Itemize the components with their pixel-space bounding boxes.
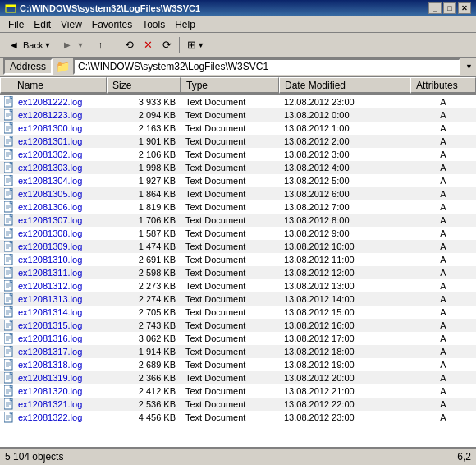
file-attr-cell: A [410, 307, 476, 317]
file-name: ex12081306.log [18, 202, 82, 212]
file-name: ex12081223.log [18, 110, 82, 120]
file-name-cell: ex12081304.log [0, 175, 107, 186]
separator-2 [179, 37, 180, 53]
table-row[interactable]: ex12081319.log2 366 KBText Document13.08… [0, 371, 476, 384]
file-date-cell: 13.08.2012 6:00 [279, 189, 410, 199]
table-row[interactable]: ex12081303.log1 998 KBText Document13.08… [0, 161, 476, 174]
menu-item-file[interactable]: File [3, 18, 29, 31]
table-row[interactable]: ex12081306.log1 819 KBText Document13.08… [0, 200, 476, 214]
file-name-cell: ex12081317.log [0, 346, 107, 357]
table-row[interactable]: ex12081318.log2 689 KBText Document13.08… [0, 358, 476, 371]
table-row[interactable]: ex12081320.log2 412 KBText Document13.08… [0, 384, 476, 398]
file-attr-cell: A [410, 281, 476, 291]
file-icon [3, 109, 15, 121]
address-label: Address [3, 58, 53, 75]
table-row[interactable]: ex12081301.log1 901 KBText Document13.08… [0, 135, 476, 148]
table-row[interactable]: ex12081300.log2 163 KBText Document13.08… [0, 122, 476, 135]
table-row[interactable]: ex12081312.log2 273 KBText Document13.08… [0, 279, 476, 292]
file-name-cell: ex12081311.log [0, 267, 107, 279]
table-row[interactable]: ex12081222.log3 933 KBText Document12.08… [0, 95, 476, 108]
views-button[interactable]: ⊞ ▼ [183, 35, 208, 55]
file-name: ex12081307.log [18, 215, 82, 225]
redo-button[interactable]: ⟳ [158, 35, 176, 55]
address-input[interactable] [73, 58, 460, 75]
file-name-cell: ex12081308.log [0, 228, 107, 239]
table-row[interactable]: ex12081305.log1 864 KBText Document13.08… [0, 187, 476, 200]
col-name[interactable]: Name [0, 77, 107, 94]
table-row[interactable]: ex12081321.log2 536 KBText Document13.08… [0, 398, 476, 411]
file-size-cell: 2 536 KB [107, 399, 181, 409]
table-row[interactable]: ex12081317.log1 914 KBText Document13.08… [0, 345, 476, 358]
window-controls[interactable]: _ □ ✕ [428, 2, 471, 14]
col-date[interactable]: Date Modified [279, 77, 410, 94]
file-type-cell: Text Document [181, 255, 279, 265]
up-button[interactable] [89, 35, 113, 55]
menu-item-view[interactable]: View [56, 18, 87, 31]
file-name-cell: ex12081314.log [0, 306, 107, 318]
window-title: C:\WINDOWS\system32\LogFiles\W3SVC1 [20, 3, 428, 13]
file-name-cell: ex12081312.log [0, 280, 107, 292]
file-name: ex12081304.log [18, 176, 82, 186]
col-attr[interactable]: Attributes [410, 77, 476, 94]
window-icon [5, 2, 16, 14]
file-size-cell: 1 927 KB [107, 176, 181, 186]
table-row[interactable]: ex12081313.log2 274 KBText Document13.08… [0, 292, 476, 306]
file-size-cell: 2 743 KB [107, 320, 181, 330]
file-icon [3, 333, 15, 344]
table-row[interactable]: ex12081308.log1 587 KBText Document13.08… [0, 227, 476, 240]
up-icon [94, 39, 107, 52]
table-row[interactable]: ex12081314.log2 705 KBText Document13.08… [0, 306, 476, 319]
table-row[interactable]: ex12081315.log2 743 KBText Document13.08… [0, 319, 476, 332]
file-name: ex12081309.log [18, 242, 82, 251]
file-type-cell: Text Document [181, 228, 279, 238]
toolbar: Back ▼ ▼ ⟲ ✕ ⟳ ⊞ ▼ [0, 33, 476, 58]
file-name-cell: ex12081301.log [0, 136, 107, 147]
file-type-cell: Text Document [181, 215, 279, 225]
file-icon [3, 412, 15, 423]
file-attr-cell: A [410, 189, 476, 199]
file-attr-cell: A [410, 176, 476, 186]
table-row[interactable]: ex12081322.log4 456 KBText Document13.08… [0, 411, 476, 424]
table-row[interactable]: ex12081302.log2 106 KBText Document13.08… [0, 148, 476, 161]
forward-button[interactable]: ▼ [57, 35, 88, 55]
file-date-cell: 13.08.2012 11:00 [279, 255, 410, 265]
file-date-cell: 13.08.2012 19:00 [279, 360, 410, 370]
file-date-cell: 13.08.2012 12:00 [279, 268, 410, 278]
file-attr-cell: A [410, 136, 476, 146]
file-name: ex12081312.log [18, 281, 82, 291]
table-row[interactable]: ex12081311.log2 598 KBText Document13.08… [0, 266, 476, 279]
menu-item-tools[interactable]: Tools [137, 18, 170, 31]
file-date-cell: 13.08.2012 17:00 [279, 334, 410, 343]
col-size[interactable]: Size [107, 77, 181, 94]
table-row[interactable]: ex12081310.log2 691 KBText Document13.08… [0, 253, 476, 266]
table-row[interactable]: ex12081309.log1 474 KBText Document13.08… [0, 240, 476, 253]
table-row[interactable]: ex12081223.log2 094 KBText Document13.08… [0, 108, 476, 122]
minimize-button[interactable]: _ [428, 2, 442, 14]
menu-item-help[interactable]: Help [170, 18, 200, 31]
file-name-cell: ex12081302.log [0, 149, 107, 160]
back-label: Back [23, 40, 43, 50]
col-type[interactable]: Type [181, 77, 279, 94]
file-size-cell: 2 366 KB [107, 373, 181, 383]
table-row[interactable]: ex12081307.log1 706 KBText Document13.08… [0, 214, 476, 227]
file-date-cell: 12.08.2012 23:00 [279, 97, 410, 107]
file-name: ex12081315.log [18, 320, 82, 330]
cut-button[interactable]: ✕ [140, 35, 157, 55]
table-row[interactable]: ex12081304.log1 927 KBText Document13.08… [0, 174, 476, 187]
file-name: ex12081222.log [18, 97, 82, 107]
file-date-cell: 13.08.2012 0:00 [279, 110, 410, 120]
back-icon [7, 39, 21, 52]
file-size-cell: 2 274 KB [107, 294, 181, 304]
file-attr-cell: A [410, 242, 476, 251]
file-icon [3, 320, 15, 331]
menu-bar: FileEditViewFavoritesToolsHelp [0, 16, 476, 33]
menu-item-edit[interactable]: Edit [29, 18, 56, 31]
file-attr-cell: A [410, 110, 476, 120]
undo-button[interactable]: ⟲ [121, 35, 138, 55]
table-row[interactable]: ex12081316.log3 062 KBText Document13.08… [0, 332, 476, 345]
menu-item-favorites[interactable]: Favorites [87, 18, 137, 31]
svg-rect-1 [6, 5, 16, 7]
close-button[interactable]: ✕ [458, 2, 471, 14]
back-button[interactable]: Back ▼ [3, 35, 55, 55]
maximize-button[interactable]: □ [443, 2, 456, 14]
